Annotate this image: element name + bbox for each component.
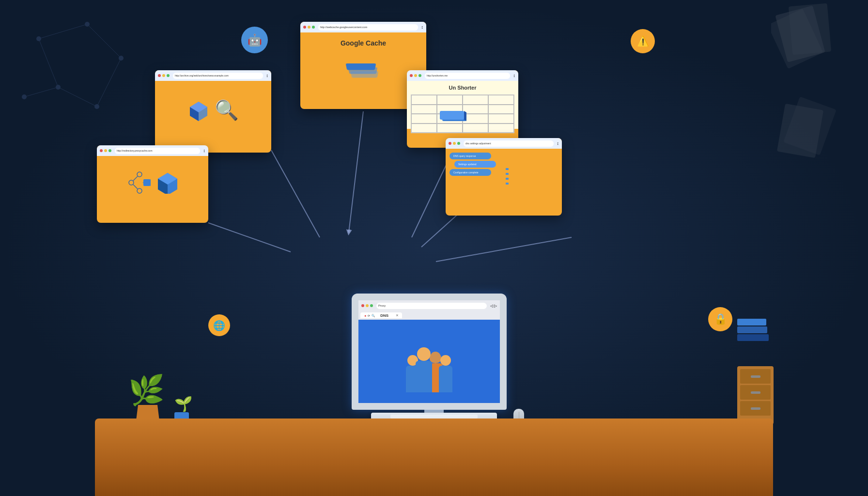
dns-list-item-3 [506, 178, 558, 180]
large-plant: 🌿 [136, 376, 165, 424]
web-archive-window: http://archive.org/web/archives/www.exam… [155, 70, 271, 153]
url-shorter-header: http://unshorten.me ↕ [407, 70, 518, 81]
grid-cell [411, 95, 437, 105]
svg-line-10 [58, 87, 97, 107]
people-group [408, 320, 450, 392]
max-dot3 [108, 149, 111, 152]
person-4 [439, 355, 452, 392]
grid-cell [411, 124, 437, 133]
min-dot2 [162, 74, 165, 77]
plant-leaves: 🌿 [128, 376, 165, 405]
drawer-1 [740, 369, 771, 384]
small-plant-leaves: 🌱 [174, 395, 192, 412]
keyboard-keys [371, 413, 497, 418]
monitor-inner-tab: ● ⟳ 🔍 DNS × [360, 312, 402, 318]
svg-line-29 [133, 176, 138, 181]
google-cache-url: http://webcache.googleusercontent.com [318, 24, 418, 31]
svg-line-11 [97, 58, 121, 107]
desk-surface [95, 418, 773, 496]
svg-point-27 [137, 172, 142, 177]
url-shorter-window: http://unshorten.me ↕ Un Shorter [407, 70, 518, 148]
svg-line-22 [436, 237, 572, 262]
person-head-4 [440, 355, 451, 366]
lock-icon: 🔒 [714, 313, 727, 326]
grid-cell [488, 95, 514, 105]
monitor: Proxy ◁ ▷ ● ⟳ 🔍 DNS × [352, 294, 516, 429]
min-dot [308, 26, 310, 29]
svg-line-8 [39, 39, 58, 87]
monitor-close-dot [361, 304, 364, 307]
cache-visual [346, 54, 380, 78]
book-3 [737, 334, 769, 341]
grid-cell [437, 95, 463, 105]
magnifier-visual: 🔍 [215, 99, 239, 122]
svg-line-18 [271, 150, 320, 237]
url-shorter-shape [440, 108, 514, 125]
drawer-2 [740, 385, 771, 400]
url-shorter-url: http://unshorten.me [425, 73, 510, 79]
close-dot [303, 26, 306, 29]
web-archive-header: http://archive.org/web/archives/www.exam… [155, 70, 271, 81]
drawer-handle [751, 375, 760, 378]
max-dot [312, 26, 315, 29]
svg-line-6 [39, 24, 87, 39]
dns-settings-url: dns settings adjustment [464, 140, 554, 147]
bot-icon-circle: 🤖 [241, 27, 268, 53]
lock-icon-circle: 🔒 [708, 307, 732, 331]
book-1 [737, 319, 766, 326]
svg-point-28 [137, 188, 142, 193]
grid-cell [463, 95, 488, 105]
svg-line-9 [24, 87, 58, 97]
dns-list-item-1 [506, 168, 558, 170]
book-stack [737, 319, 769, 341]
dns-settings-window: dns settings adjustment ↕ DNS query resp… [446, 138, 562, 216]
monitor-content: ● ⟳ 🔍 DNS × [358, 311, 500, 403]
close-dot5 [449, 142, 451, 145]
background-papers-right [771, 97, 868, 242]
warning-icon: ⚠️ [637, 35, 649, 47]
svg-rect-37 [440, 111, 464, 120]
3d-box-visual [188, 99, 210, 121]
svg-line-7 [87, 24, 121, 58]
proxy-url: http://redirectory.proxycache.com [115, 148, 200, 154]
google-cache-title: Google Cache [341, 37, 386, 49]
google-cache-header: http://webcache.googleusercontent.com ↕ [300, 22, 426, 32]
monitor-screen: Proxy ◁ ▷ ● ⟳ 🔍 DNS × [352, 294, 507, 410]
url-shorter-title: Un Shorter [411, 85, 514, 91]
drawer-handle [751, 407, 760, 410]
main-scene: 🤖 ⚠️ http://webcache.googleusercontent.c… [0, 0, 868, 496]
monitor-min-dot [366, 304, 369, 307]
svg-line-19 [208, 223, 291, 252]
person-body-4 [439, 366, 452, 392]
chat-bubble-1: DNS query response [450, 153, 491, 159]
chat-bubble-2: Settings updated [454, 161, 496, 168]
drawer-3 [740, 401, 771, 416]
filing-cabinet [737, 366, 774, 424]
globe-icon: 🌐 [213, 320, 225, 331]
bot-icon: 🤖 [248, 33, 262, 47]
max-dot4 [418, 74, 421, 77]
chat-bubble-3: Configuration complete [450, 169, 491, 176]
dns-list-item-2 [506, 173, 558, 175]
dns-list-area [506, 153, 558, 201]
close-dot3 [100, 149, 103, 152]
grid-cell [411, 114, 437, 124]
svg-line-17 [349, 111, 363, 232]
mouse-line [519, 412, 519, 418]
drawer-handle [751, 391, 760, 394]
person-body-2 [416, 361, 432, 392]
proxy-body [97, 156, 208, 209]
min-dot5 [453, 142, 456, 145]
grid-cell [411, 105, 437, 114]
proxy-header: http://redirectory.proxycache.com ↕ [97, 145, 208, 156]
books [737, 319, 769, 341]
max-dot5 [457, 142, 460, 145]
globe-icon-circle: 🌐 [208, 314, 230, 336]
network-nodes-icon [126, 170, 153, 196]
web-archive-url: http://archive.org/web/archives/www.exam… [173, 73, 263, 79]
monitor-browser-bar: Proxy ◁ ▷ [358, 300, 500, 311]
svg-marker-38 [464, 111, 466, 121]
min-dot4 [414, 74, 417, 77]
min-dot3 [104, 149, 107, 152]
dns-list-item-4 [506, 183, 558, 185]
